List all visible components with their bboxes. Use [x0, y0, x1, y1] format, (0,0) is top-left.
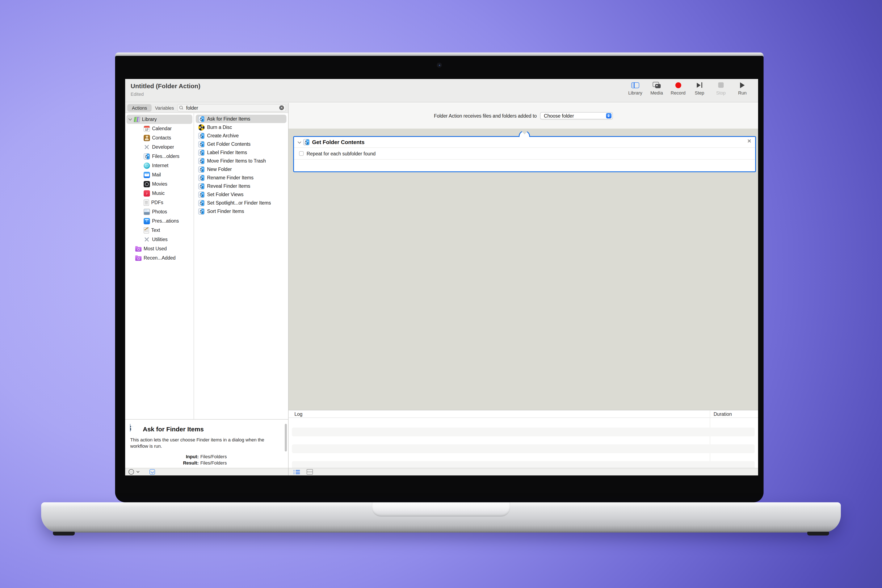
action-list-item[interactable]: Set Spotlight...or Finder Items [196, 199, 286, 207]
library-category-item[interactable]: Utilities [125, 235, 194, 244]
category-label: Files...olders [152, 154, 179, 159]
base-foot-right [807, 532, 829, 536]
action-list-item[interactable]: Get Folder Contents [196, 140, 286, 148]
finder-icon [130, 424, 130, 432]
action-list-item[interactable]: Create Archive [196, 132, 286, 140]
field-label: Input: [125, 454, 199, 459]
action-list-item[interactable]: Set Folder Views [196, 190, 286, 199]
smart-folder-icon [135, 247, 141, 252]
library-category-item[interactable]: Contacts [125, 133, 194, 142]
description-scrollbar[interactable] [285, 424, 287, 452]
action-list-item[interactable]: Sort Finder Items [196, 207, 286, 216]
description-fields: Input: Files/Folders Result: Files/Folde… [125, 454, 288, 465]
duration-column-header[interactable]: Duration [714, 411, 732, 416]
category-icon [144, 162, 150, 169]
action-input-connector [519, 130, 530, 137]
lid-opening-notch [372, 502, 510, 517]
library-root-item[interactable]: Library [126, 115, 192, 124]
action-list-item[interactable]: Reveal Finder Items [196, 182, 286, 190]
toolbar-button[interactable]: Media [646, 81, 668, 95]
field-label: Result: [125, 460, 199, 465]
category-label: Music [152, 190, 165, 196]
toolbar-icon [697, 82, 702, 88]
description-field: Result: Files/Folders [125, 460, 288, 465]
clear-search-button[interactable] [279, 105, 284, 110]
library-categories: Calendar Contacts Developer Files...olde… [125, 124, 194, 244]
library-category-item[interactable]: Text [125, 225, 194, 235]
category-icon [144, 208, 150, 215]
action-block-footer [294, 160, 755, 171]
library-category-item[interactable]: Music [125, 189, 194, 198]
toolbar-button-label: Media [650, 90, 663, 95]
action-list-item[interactable]: Ask for Finder Items [196, 115, 286, 123]
action-icon [198, 191, 204, 198]
smart-folder-item[interactable]: Recen...Added [125, 253, 194, 262]
log-bottom-bar [288, 468, 758, 476]
action-list-item[interactable]: Move Finder Items to Trash [196, 157, 286, 165]
description-body: This action lets the user choose Finder … [130, 437, 278, 449]
action-label: Set Folder Views [207, 192, 243, 197]
tab-actions[interactable]: Actions [127, 104, 152, 111]
action-list-item[interactable]: New Folder [196, 165, 286, 174]
category-label: Text [151, 228, 160, 232]
toolbar-button[interactable]: Step [689, 81, 710, 95]
description-field: Input: Files/Folders [125, 454, 288, 459]
action-icon [198, 141, 204, 147]
category-icon [144, 181, 150, 187]
toolbar-icon [631, 82, 639, 88]
library-category-item[interactable]: Pres...ations [125, 216, 194, 225]
toolbar-button[interactable]: Stop [710, 81, 732, 95]
library-category-item[interactable]: Movies [125, 179, 194, 189]
actions-list: Ask for Finder Items Burn a Disc Create … [194, 113, 288, 419]
choose-folder-dropdown[interactable]: Choose folder [540, 112, 613, 119]
search-field[interactable] [177, 104, 286, 111]
window-edited-status: Edited [130, 92, 144, 97]
action-label: Rename Finder Items [207, 175, 254, 180]
toggle-description-panel-icon[interactable] [150, 469, 155, 475]
library-category-item[interactable]: Calendar [125, 124, 194, 133]
log-header: Log Duration [288, 410, 758, 418]
library-category-item[interactable]: Mail [125, 170, 194, 179]
log-panel: Log Duration [288, 410, 758, 468]
smart-folder-item[interactable]: Most Used [125, 244, 194, 253]
window-title: Untitled (Folder Action) [130, 82, 200, 90]
repeat-subfolder-checkbox[interactable] [299, 151, 304, 156]
action-list-item[interactable]: Rename Finder Items [196, 174, 286, 182]
action-list-item[interactable]: Burn a Disc [196, 123, 286, 132]
action-label: Reveal Finder Items [207, 183, 250, 189]
toolbar-button[interactable]: Record [668, 81, 689, 95]
disclosure-chevron-icon[interactable] [129, 117, 132, 120]
toolbar-icon [652, 82, 661, 88]
library-category-item[interactable]: Files...olders [125, 152, 194, 161]
action-icon [198, 174, 204, 181]
log-list-view-icon[interactable] [294, 470, 300, 474]
category-label: Calendar [152, 126, 172, 131]
log-column-header[interactable]: Log [294, 411, 302, 416]
library-category-item[interactable]: Photos [125, 207, 194, 216]
library-category-item[interactable]: Developer [125, 142, 194, 152]
action-list-item[interactable]: Label Finder Items [196, 148, 286, 157]
main-toolbar: Library Media Record Step Stop Run [624, 81, 753, 95]
get-folder-contents-block[interactable]: Get Folder Contents Repeat for each subf… [293, 136, 756, 172]
action-label: Move Finder Items to Trash [207, 158, 266, 164]
tab-variables[interactable]: Variables [155, 105, 174, 110]
finder-icon [303, 139, 309, 146]
search-input[interactable] [185, 105, 278, 111]
library-filter-bar: Actions Variables [125, 103, 288, 113]
block-disclosure-chevron-icon[interactable] [298, 140, 302, 143]
toolbar-button[interactable]: Library [624, 81, 646, 95]
library-category-item[interactable]: PDFs [125, 198, 194, 207]
workflow-run-menu-icon[interactable] [129, 469, 134, 475]
window-titlebar: Untitled (Folder Action) Edited Library … [125, 79, 758, 102]
log-panes-view-icon[interactable] [307, 469, 313, 475]
close-action-icon[interactable] [747, 138, 752, 144]
chevron-down-icon[interactable] [136, 470, 140, 473]
toolbar-button-label: Library [628, 90, 642, 95]
webcam [437, 63, 442, 68]
action-icon [198, 183, 204, 189]
toolbar-button-label: Run [738, 90, 747, 95]
category-icon [144, 125, 150, 132]
toolbar-button[interactable]: Run [732, 81, 753, 95]
library-category-item[interactable]: Internet [125, 161, 194, 170]
action-label: Sort Finder Items [207, 209, 244, 214]
